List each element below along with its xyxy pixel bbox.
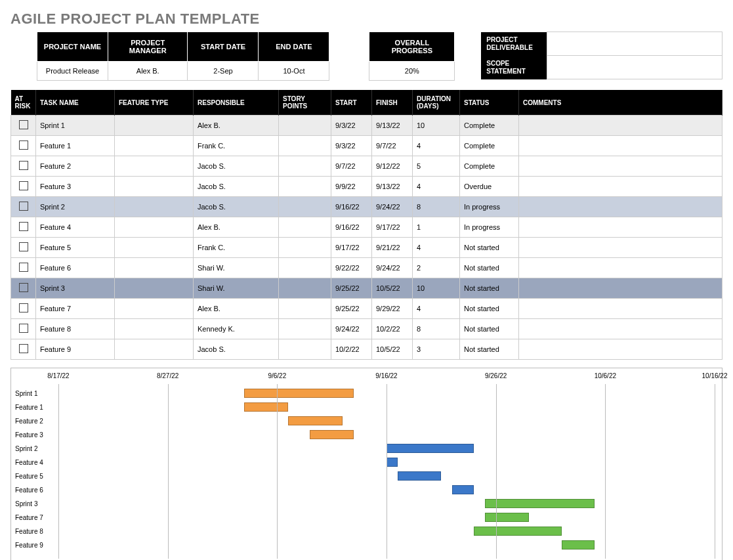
at-risk-checkbox[interactable] — [19, 324, 28, 333]
at-risk-checkbox[interactable] — [19, 242, 28, 251]
cell-comments[interactable] — [519, 177, 723, 197]
cell-responsible[interactable]: Frank C. — [194, 238, 279, 258]
cell-duration[interactable]: 5 — [413, 156, 460, 177]
cell-status[interactable]: Not started — [460, 238, 519, 258]
cell-task[interactable]: Feature 1 — [36, 136, 115, 156]
cell-feature[interactable] — [115, 197, 194, 217]
cell-status[interactable]: Not started — [460, 319, 519, 339]
val-project-name[interactable]: Product Release — [37, 62, 108, 81]
cell-feature[interactable] — [115, 339, 194, 360]
cell-feature[interactable] — [115, 156, 194, 177]
cell-points[interactable] — [279, 258, 331, 278]
cell-responsible[interactable]: Jacob S. — [194, 339, 279, 360]
cell-points[interactable] — [279, 136, 331, 156]
cell-feature[interactable] — [115, 299, 194, 319]
cell-finish[interactable]: 9/12/22 — [372, 156, 413, 177]
cell-comments[interactable] — [519, 299, 723, 319]
cell-duration[interactable]: 8 — [413, 319, 460, 339]
cell-task[interactable]: Feature 2 — [36, 156, 115, 177]
cell-status[interactable]: Not started — [460, 258, 519, 278]
cell-points[interactable] — [279, 278, 331, 299]
at-risk-checkbox[interactable] — [19, 181, 28, 190]
cell-finish[interactable]: 9/24/22 — [372, 258, 413, 278]
cell-finish[interactable]: 9/13/22 — [372, 177, 413, 197]
val-project-manager[interactable]: Alex B. — [108, 62, 188, 81]
cell-feature[interactable] — [115, 136, 194, 156]
cell-responsible[interactable]: Jacob S. — [194, 156, 279, 177]
cell-responsible[interactable]: Frank C. — [194, 136, 279, 156]
cell-start[interactable]: 10/2/22 — [331, 339, 372, 360]
cell-duration[interactable]: 10 — [413, 278, 460, 299]
cell-task[interactable]: Feature 9 — [36, 339, 115, 360]
cell-finish[interactable]: 10/5/22 — [372, 278, 413, 299]
at-risk-checkbox[interactable] — [19, 344, 28, 353]
cell-status[interactable]: Not started — [460, 278, 519, 299]
cell-feature[interactable] — [115, 278, 194, 299]
cell-points[interactable] — [279, 339, 331, 360]
cell-duration[interactable]: 10 — [413, 116, 460, 136]
cell-status[interactable]: Complete — [460, 116, 519, 136]
cell-points[interactable] — [279, 197, 331, 217]
cell-comments[interactable] — [519, 258, 723, 278]
cell-points[interactable] — [279, 217, 331, 238]
cell-comments[interactable] — [519, 197, 723, 217]
cell-task[interactable]: Feature 4 — [36, 217, 115, 238]
at-risk-checkbox[interactable] — [19, 161, 28, 170]
cell-responsible[interactable]: Alex B. — [194, 116, 279, 136]
cell-duration[interactable]: 4 — [413, 177, 460, 197]
cell-task[interactable]: Sprint 1 — [36, 116, 115, 136]
cell-points[interactable] — [279, 299, 331, 319]
cell-comments[interactable] — [519, 278, 723, 299]
cell-finish[interactable]: 9/7/22 — [372, 136, 413, 156]
val-start-date[interactable]: 2-Sep — [188, 62, 259, 81]
cell-duration[interactable]: 4 — [413, 299, 460, 319]
cell-comments[interactable] — [519, 238, 723, 258]
cell-status[interactable]: Not started — [460, 339, 519, 360]
cell-start[interactable]: 9/9/22 — [331, 177, 372, 197]
cell-responsible[interactable]: Jacob S. — [194, 197, 279, 217]
cell-responsible[interactable]: Jacob S. — [194, 177, 279, 197]
cell-task[interactable]: Feature 6 — [36, 258, 115, 278]
cell-start[interactable]: 9/16/22 — [331, 217, 372, 238]
cell-task[interactable]: Feature 5 — [36, 238, 115, 258]
at-risk-checkbox[interactable] — [19, 222, 28, 231]
at-risk-checkbox[interactable] — [19, 120, 28, 129]
cell-responsible[interactable]: Shari W. — [194, 258, 279, 278]
cell-duration[interactable]: 1 — [413, 217, 460, 238]
cell-duration[interactable]: 8 — [413, 197, 460, 217]
cell-duration[interactable]: 2 — [413, 258, 460, 278]
cell-start[interactable]: 9/25/22 — [331, 278, 372, 299]
cell-finish[interactable]: 9/13/22 — [372, 116, 413, 136]
cell-comments[interactable] — [519, 136, 723, 156]
cell-finish[interactable]: 10/2/22 — [372, 319, 413, 339]
cell-task[interactable]: Feature 7 — [36, 299, 115, 319]
at-risk-checkbox[interactable] — [19, 202, 28, 211]
at-risk-checkbox[interactable] — [19, 140, 28, 150]
val-end-date[interactable]: 10-Oct — [259, 62, 329, 81]
cell-task[interactable]: Feature 3 — [36, 177, 115, 197]
cell-start[interactable]: 9/3/22 — [331, 136, 372, 156]
cell-points[interactable] — [279, 319, 331, 339]
cell-points[interactable] — [279, 116, 331, 136]
cell-task[interactable]: Sprint 2 — [36, 197, 115, 217]
cell-start[interactable]: 9/3/22 — [331, 116, 372, 136]
cell-feature[interactable] — [115, 116, 194, 136]
cell-start[interactable]: 9/22/22 — [331, 258, 372, 278]
val-progress[interactable]: 20% — [369, 62, 455, 81]
cell-duration[interactable]: 4 — [413, 136, 460, 156]
cell-status[interactable]: Complete — [460, 156, 519, 177]
cell-start[interactable]: 9/25/22 — [331, 299, 372, 319]
cell-feature[interactable] — [115, 319, 194, 339]
cell-status[interactable]: In progress — [460, 217, 519, 238]
cell-duration[interactable]: 4 — [413, 238, 460, 258]
at-risk-checkbox[interactable] — [19, 283, 28, 292]
cell-task[interactable]: Sprint 3 — [36, 278, 115, 299]
cell-responsible[interactable]: Shari W. — [194, 278, 279, 299]
cell-duration[interactable]: 3 — [413, 339, 460, 360]
cell-finish[interactable]: 9/21/22 — [372, 238, 413, 258]
cell-status[interactable]: In progress — [460, 197, 519, 217]
cell-status[interactable]: Overdue — [460, 177, 519, 197]
cell-feature[interactable] — [115, 238, 194, 258]
cell-start[interactable]: 9/7/22 — [331, 156, 372, 177]
cell-points[interactable] — [279, 177, 331, 197]
